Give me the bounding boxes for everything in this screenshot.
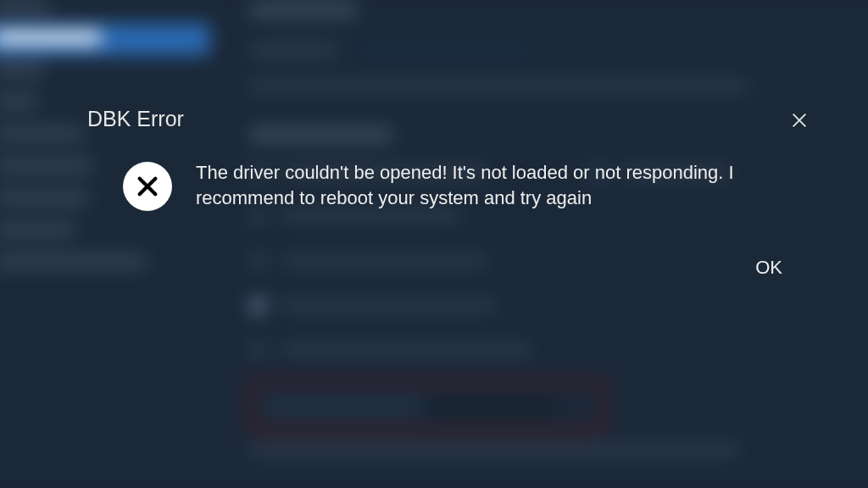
error-icon (123, 162, 172, 211)
modal-overlay: DBK Error The driver couldn't be opened!… (0, 0, 868, 488)
close-icon (790, 111, 809, 130)
close-button[interactable] (787, 108, 811, 132)
dialog-title: DBK Error (87, 107, 184, 131)
error-dialog: DBK Error The driver couldn't be opened!… (81, 102, 818, 284)
error-message: The driver couldn't be opened! It's not … (196, 160, 793, 210)
ok-button[interactable]: OK (743, 252, 794, 284)
